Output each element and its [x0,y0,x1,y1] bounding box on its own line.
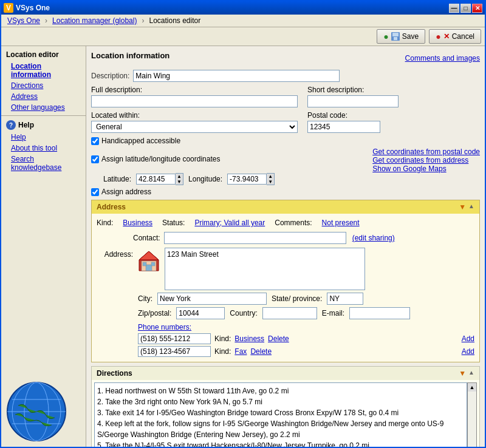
comments-images-link[interactable]: Comments and images [405,54,480,63]
address-house-icon-container [138,248,160,290]
breadcrumb-vsys-one[interactable]: VSys One [4,15,44,26]
address-header-controls: ▼ ▲ [459,203,474,211]
save-button[interactable]: ● Save [377,29,425,44]
postal-code-label: Postal code: [307,111,380,120]
phone-section: Phone numbers: Kind: Business Delete Add [138,323,474,357]
address-header: Address ▼ ▲ [92,200,479,214]
sidebar-item-help[interactable]: Help [1,132,86,143]
city-state-row: City: State/ province: [138,293,474,305]
full-desc-label: Full description: [91,86,298,94]
phone-add-0[interactable]: Add [462,334,474,343]
postal-code-input[interactable] [307,121,380,133]
globe-decoration [6,381,67,442]
sidebar-item-location-information[interactable]: Location information [1,61,86,80]
phone-delete-0[interactable]: Delete [268,334,289,343]
status-value[interactable]: Primary; Valid all year [194,219,265,227]
latitude-label: Latitude: [103,175,131,183]
contact-input[interactable] [164,232,346,244]
latitude-arrows: ▲ ▼ [176,173,183,185]
get-coords-address-link[interactable]: Get coordinates from address [372,156,468,165]
description-input[interactable] [133,70,340,82]
help-label: Help [18,121,34,129]
short-desc-col: Short description: [307,86,399,107]
svg-rect-14 [146,265,152,271]
close-button[interactable]: ✕ [472,4,482,13]
status-label: Status: [162,219,185,227]
latitude-spinner[interactable]: ▲ ▼ [136,173,183,185]
location-info-header: Location information [91,51,169,60]
save-icon: ● [383,32,388,41]
sidebar-help-header: ? Help [1,118,86,132]
comments-value[interactable]: Not present [322,219,360,227]
minimize-button[interactable]: — [449,4,459,13]
main-window: V VSys One — □ ✕ VSys One › Location man… [0,0,486,448]
assign-address-checkbox[interactable] [91,188,99,196]
description-row: Description: [91,70,480,82]
directions-down-icon[interactable]: ▼ [459,369,466,378]
phone-numbers-label[interactable]: Phone numbers: [138,323,191,331]
city-label: City: [138,294,152,303]
handicapped-checkbox[interactable] [91,137,99,145]
latitude-up[interactable]: ▲ [176,174,183,179]
phone-delete-1[interactable]: Delete [250,347,272,356]
directions-textarea[interactable]: 1. Head northwest on W 55th St toward 11… [94,382,467,447]
sidebar-item-address[interactable]: Address [1,91,86,102]
sidebar: Location editor Location information Dir… [1,46,86,447]
longitude-arrows: ▲ ▼ [267,173,275,185]
sidebar-item-search-knowledge[interactable]: Search knowledgebase [1,154,86,173]
maximize-button[interactable]: □ [460,4,471,13]
kind-value[interactable]: Business [123,219,152,227]
address-textarea[interactable]: 123 Main Street [165,248,365,290]
directions-content: 1. Head northwest on W 55th St toward 11… [94,382,477,447]
address-collapse-icon[interactable]: ▲ [468,203,474,211]
cancel-button[interactable]: ● ✕ Cancel [429,29,481,44]
city-input[interactable] [157,293,267,305]
full-description-input[interactable] [91,95,298,107]
country-input[interactable] [262,307,317,319]
assign-latlon-checkbox[interactable] [91,155,99,163]
svg-rect-3 [392,33,399,36]
longitude-input[interactable] [227,174,267,185]
directions-collapse-icon[interactable]: ▲ [468,369,474,378]
edit-sharing-link[interactable]: (edit sharing) [352,234,395,242]
located-within-select[interactable]: General [91,121,298,133]
contact-row: Contact: (edit sharing) [97,232,474,244]
app-icon: V [4,3,13,13]
zip-input[interactable] [176,307,225,319]
located-within-row: Located within: General Postal code: [91,111,480,133]
svg-rect-15 [143,262,146,266]
state-input[interactable] [327,293,363,305]
email-input[interactable] [349,307,410,319]
titlebar-left: V VSys One [4,3,50,13]
latitude-down[interactable]: ▼ [176,179,183,185]
short-description-input[interactable] [307,95,399,107]
directions-scrollbar[interactable]: ▲ ▼ [467,382,477,447]
latitude-input[interactable] [136,174,176,185]
longitude-up[interactable]: ▲ [267,174,274,179]
scrollbar-up-btn[interactable]: ▲ [468,383,476,392]
longitude-spinner[interactable]: ▲ ▼ [227,173,275,185]
phone-input-0[interactable] [138,333,211,344]
show-google-maps-link[interactable]: Show on Google Maps [372,165,446,173]
zip-country-row: Zip/postal: Country: E-mail: [138,307,474,319]
save-label: Save [402,32,419,41]
phone-add-1[interactable]: Add [462,347,474,356]
sidebar-item-about-tool[interactable]: About this tool [1,143,86,154]
sidebar-divider [1,115,86,116]
assign-latlon-row: Assign latitude/longitude coordinates Ge… [91,148,480,173]
svg-rect-4 [394,37,397,40]
located-within-select-row: General [91,121,298,133]
sidebar-item-directions[interactable]: Directions [1,80,86,91]
phone-input-1[interactable] [138,346,211,357]
get-coords-postal-link[interactable]: Get coordinates from postal code [372,148,480,156]
address-down-arrow-icon[interactable]: ▼ [459,203,466,211]
longitude-down[interactable]: ▼ [267,179,274,185]
breadcrumb-location-manager[interactable]: Location manager (global) [49,15,140,26]
phone-kind-value-0[interactable]: Business [234,334,264,343]
kind-status-row: Kind: Business Status: Primary; Valid al… [97,219,474,227]
phone-kind-value-1[interactable]: Fax [234,347,247,356]
sidebar-item-other-languages[interactable]: Other languages [1,102,86,113]
help-icon: ? [6,120,16,130]
address-header-label: Address [97,203,126,211]
assign-latlon-section: Assign latitude/longitude coordinates Ge… [91,148,480,185]
